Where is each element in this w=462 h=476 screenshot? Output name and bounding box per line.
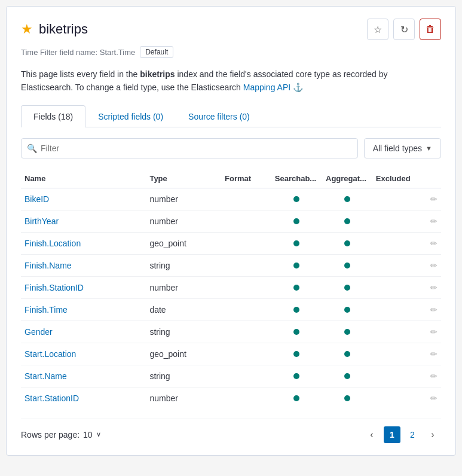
field-type: number [146,188,221,210]
field-searchable [271,298,322,321]
searchable-dot [293,263,299,268]
aggregatable-dot [344,307,350,313]
refresh-button[interactable]: ↻ [393,19,415,40]
refresh-icon: ↻ [400,24,408,35]
tab-source-filters[interactable]: Source filters (0) [176,105,262,127]
field-format [221,365,271,387]
edit-icon[interactable]: ✏ [430,283,437,292]
field-name-link[interactable]: Gender [25,327,53,337]
field-aggregatable [322,254,372,276]
field-searchable [271,343,322,365]
table-row: Finish.Name string ✏ [21,254,441,276]
field-aggregatable [322,387,372,409]
tabs-row: Fields (18) Scripted fields (0) Source f… [21,105,441,127]
field-type: date [146,298,221,321]
tab-scripted-fields[interactable]: Scripted fields (0) [85,105,176,127]
edit-cell: ✏ [423,210,441,232]
edit-cell: ✏ [423,188,441,210]
field-type: number [146,210,221,232]
fields-table: Name Type Format Searchab... Aggregat...… [21,169,441,409]
field-excluded [372,210,423,232]
field-searchable [271,365,322,387]
rows-per-page[interactable]: Rows per page: 10 ∨ [21,430,101,440]
field-searchable [271,276,322,298]
field-types-dropdown[interactable]: All field types ▼ [364,138,441,158]
mapping-api-link[interactable]: Mapping API [243,83,290,92]
searchable-dot [293,395,299,401]
field-searchable [271,387,322,409]
field-name-link[interactable]: Start.Name [25,371,67,381]
aggregatable-dot [344,218,350,224]
delete-button[interactable]: 🗑 [420,19,441,40]
time-filter-row: Time Filter field name: Start.Time Defau… [21,46,441,58]
aggregatable-dot [344,373,350,379]
searchable-dot [293,196,299,202]
search-icon: 🔍 [27,144,37,153]
favorite-button[interactable]: ☆ [367,19,388,40]
edit-icon[interactable]: ✏ [430,371,437,381]
edit-cell: ✏ [423,365,441,387]
page-2-button[interactable]: 2 [404,426,421,443]
field-excluded [372,254,423,276]
link-icon: ⚓ [293,83,303,92]
table-row: Start.Location geo_point ✏ [21,343,441,365]
edit-icon[interactable]: ✏ [430,261,437,270]
field-name-link[interactable]: BikeID [25,194,49,204]
aggregatable-dot [344,263,350,268]
edit-icon[interactable]: ✏ [430,239,437,248]
edit-icon[interactable]: ✏ [430,305,437,315]
field-searchable [271,321,322,343]
table-row: Start.StationID number ✏ [21,387,441,409]
searchable-dot [293,307,299,313]
pagination-row: Rows per page: 10 ∨ ‹ 1 2 › [21,419,441,443]
field-format [221,254,271,276]
field-name-link[interactable]: Finish.Location [25,239,81,248]
edit-cell: ✏ [423,343,441,365]
field-name-link[interactable]: Finish.Time [25,305,68,315]
field-name-link[interactable]: Finish.Name [25,261,72,270]
edit-icon[interactable]: ✏ [430,349,437,359]
default-badge: Default [140,46,173,58]
field-type: number [146,387,221,409]
table-row: Gender string ✏ [21,321,441,343]
field-type: geo_point [146,232,221,254]
field-format [221,276,271,298]
filter-input[interactable] [21,138,358,158]
next-page-button[interactable]: › [424,426,441,443]
field-aggregatable [322,232,372,254]
field-excluded [372,343,423,365]
edit-icon[interactable]: ✏ [430,393,437,403]
field-excluded [372,188,423,210]
page-1-button[interactable]: 1 [384,426,400,443]
star-outline-icon: ☆ [374,24,382,35]
field-format [221,188,271,210]
edit-icon[interactable]: ✏ [430,194,437,204]
field-aggregatable [322,210,372,232]
field-type: number [146,276,221,298]
edit-icon[interactable]: ✏ [430,216,437,226]
searchable-dot [293,285,299,291]
col-header-searchable: Searchab... [271,169,322,188]
edit-icon[interactable]: ✏ [430,327,437,337]
field-name-link[interactable]: Finish.StationID [25,283,84,292]
description: This page lists every field in the biket… [21,68,441,94]
table-row: Finish.StationID number ✏ [21,276,441,298]
col-header-type: Type [146,169,221,188]
table-header-row: Name Type Format Searchab... Aggregat...… [21,169,441,188]
desc-text-before: This page lists every field in the [21,69,140,79]
searchable-dot [293,329,299,335]
field-type: geo_point [146,343,221,365]
tab-fields[interactable]: Fields (18) [21,105,85,127]
field-type: string [146,321,221,343]
field-name-link[interactable]: Start.StationID [25,393,79,403]
field-name-link[interactable]: BirthYear [25,216,59,226]
searchable-dot [293,218,299,224]
table-row: Finish.Location geo_point ✏ [21,232,441,254]
prev-page-button[interactable]: ‹ [363,426,380,443]
field-excluded [372,321,423,343]
edit-cell: ✏ [423,321,441,343]
field-format [221,343,271,365]
page-title: biketrips [39,22,88,37]
field-name-link[interactable]: Start.Location [25,349,76,359]
field-format [221,232,271,254]
